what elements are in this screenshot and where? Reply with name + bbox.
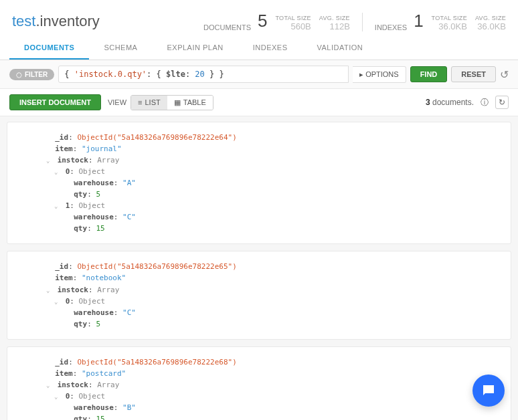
view-list-button[interactable]: ≡LIST (131, 96, 167, 110)
history-icon[interactable]: ↺ (500, 68, 509, 81)
docs-avg-size: AVG. SIZE 112B (319, 15, 350, 31)
list-icon: ≡ (138, 98, 142, 106)
caret-icon[interactable]: ⌄ (54, 168, 61, 177)
tab-validation[interactable]: VALIDATION (303, 37, 378, 60)
caret-icon[interactable]: ⌄ (54, 298, 61, 307)
tab-documents[interactable]: DOCUMENTS (9, 37, 89, 60)
db-name: test (12, 13, 35, 29)
docs-total-size: TOTAL SIZE 560B (275, 15, 311, 31)
find-button[interactable]: FIND (410, 66, 448, 82)
docs-stat: DOCUMENTS 5 (203, 11, 267, 31)
filter-pill[interactable]: ◌ FILTER (9, 69, 54, 80)
docs-count: 5 (258, 11, 267, 31)
document-card[interactable]: _id: ObjectId("5a148326a769896e78222e68"… (7, 346, 511, 420)
insert-document-button[interactable]: INSERT DOCUMENT (9, 94, 101, 110)
options-button[interactable]: ▸ OPTIONS (353, 66, 406, 83)
caret-icon[interactable]: ⌄ (46, 381, 53, 391)
stats: DOCUMENTS 5 TOTAL SIZE 560B AVG. SIZE 11… (203, 11, 506, 31)
tabs: DOCUMENTS SCHEMA EXPLAIN PLAN INDEXES VA… (0, 37, 518, 60)
tab-explain[interactable]: EXPLAIN PLAN (152, 37, 238, 60)
namespace-title: test.inventory (12, 13, 203, 30)
separator (362, 13, 363, 31)
info-icon[interactable]: ⓘ (478, 96, 491, 109)
document-card[interactable]: _id: ObjectId("5a148326a769896e78222e65"… (7, 251, 511, 339)
caret-icon[interactable]: ⌄ (54, 393, 61, 402)
view-label: VIEW (108, 98, 126, 106)
toolbar: INSERT DOCUMENT VIEW ≡LIST ▦TABLE 3 docu… (0, 89, 518, 116)
idx-label: INDEXES (375, 23, 407, 31)
caret-icon[interactable]: ⌄ (46, 286, 53, 296)
idx-avg-size: AVG. SIZE 36.0KB (475, 15, 506, 31)
idx-total-size: TOTAL SIZE 36.0KB (432, 15, 467, 31)
idx-count: 1 (414, 11, 423, 31)
docs-label: DOCUMENTS (203, 23, 251, 31)
filter-icon: ◌ (16, 71, 22, 78)
refresh-icon[interactable]: ↻ (495, 96, 509, 109)
caret-icon[interactable]: ⌄ (54, 202, 61, 211)
filter-bar: ◌ FILTER { 'instock.0.qty': { $lte: 20 }… (0, 60, 518, 89)
filter-input[interactable]: { 'instock.0.qty': { $lte: 20 } } (58, 66, 349, 83)
document-card[interactable]: _id: ObjectId("5a148326a769896e78222e64"… (7, 122, 511, 244)
view-toggle: ≡LIST ▦TABLE (131, 95, 213, 110)
view-table-button[interactable]: ▦TABLE (167, 96, 213, 110)
chat-icon (481, 383, 497, 399)
tab-schema[interactable]: SCHEMA (89, 37, 152, 60)
coll-name: inventory (40, 13, 100, 29)
caret-icon[interactable]: ⌄ (46, 156, 53, 166)
tab-indexes[interactable]: INDEXES (238, 37, 303, 60)
doc-count: 3 documents. (426, 98, 474, 107)
documents-list: _id: ObjectId("5a148326a769896e78222e64"… (0, 116, 518, 420)
reset-button[interactable]: RESET (451, 66, 496, 82)
header: test.inventory DOCUMENTS 5 TOTAL SIZE 56… (0, 0, 518, 37)
table-icon: ▦ (174, 98, 181, 107)
indexes-stat: INDEXES 1 (375, 11, 424, 31)
chat-launcher[interactable] (472, 375, 505, 407)
